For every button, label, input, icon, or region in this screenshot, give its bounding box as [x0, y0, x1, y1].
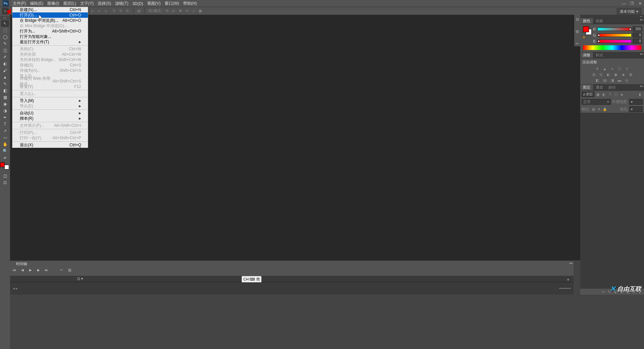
menu-3d[interactable]: 3D(D) [130, 1, 145, 7]
3d-pan-icon[interactable]: ✥ [177, 8, 183, 14]
menu-filter[interactable]: 滤镜(T) [113, 0, 130, 7]
panel-menu-icon[interactable]: ▾≡ [640, 18, 643, 21]
gamut-warning-icon[interactable]: ▲ [582, 35, 586, 39]
ime-indicator[interactable]: CH ⌨ 简 [241, 276, 262, 283]
invert-icon[interactable]: ◧ [595, 78, 600, 83]
toolbar-collapse-icon[interactable]: ▸▸ [0, 16, 10, 19]
color-balance-icon[interactable]: ⚖ [598, 72, 604, 77]
vibrance-icon[interactable]: ▽ [624, 66, 630, 71]
r-slider[interactable] [597, 28, 632, 31]
menu-window[interactable]: 窗口(W) [163, 0, 181, 7]
tab-styles[interactable]: 样式 [593, 52, 606, 58]
swap-colors-icon[interactable]: ⇄ [1, 154, 9, 161]
color-lookup-icon[interactable]: ⊞ [628, 72, 633, 77]
menu-item[interactable]: 脚本(R)▶ [12, 116, 88, 121]
photo-filter-icon[interactable]: ◉ [613, 72, 619, 77]
menu-item[interactable]: 打开为智能对象... [12, 34, 88, 39]
restore-button[interactable]: ❐ [628, 0, 636, 6]
posterize-icon[interactable]: ▤ [602, 78, 607, 83]
g-input[interactable] [633, 33, 642, 38]
panel-menu-icon[interactable]: ▾≡ [640, 85, 643, 88]
history-panel-icon[interactable]: ⧉ [575, 17, 580, 22]
tab-layers[interactable]: 图层 [580, 85, 593, 90]
levels-icon[interactable]: ▲ [602, 66, 607, 71]
selective-color-icon[interactable]: ◎ [624, 78, 630, 83]
quickmask-tool[interactable]: ◫ [1, 172, 9, 179]
menu-item[interactable]: 自动(U)▶ [12, 110, 88, 116]
pen-tool[interactable]: ✒ [1, 114, 9, 121]
menu-view[interactable]: 视图(V) [145, 0, 163, 7]
minimize-button[interactable]: — [620, 0, 628, 6]
menu-item[interactable]: 打开为...Alt+Shift+Ctrl+O [12, 29, 88, 34]
menu-help[interactable]: 帮助(H) [181, 0, 199, 7]
channel-mixer-icon[interactable]: ◈ [621, 72, 626, 77]
g-slider[interactable] [597, 34, 632, 37]
brush-tool[interactable]: 🖌 [1, 67, 9, 74]
brightness-icon[interactable]: ☀ [595, 66, 600, 71]
dist-bottom-icon[interactable]: ≡ [103, 8, 109, 14]
link-layers-icon[interactable]: ⚯ [601, 289, 606, 294]
dist-hcenter-icon[interactable]: ⊪ [118, 8, 124, 14]
menu-item[interactable]: 新建(N)...Ctrl+N [12, 7, 88, 12]
tl-transition-icon[interactable]: ▨ [67, 267, 72, 272]
properties-panel-icon[interactable]: ⊞ [575, 29, 580, 34]
blend-mode-dropdown[interactable]: 正常▾ [582, 99, 611, 105]
threshold-icon[interactable]: ◨ [609, 78, 615, 83]
3d-rotate-icon[interactable]: ⟲ [164, 8, 170, 14]
menu-item[interactable]: 退出(X)Ctrl+Q [12, 142, 88, 148]
filter-toggle-icon[interactable]: ▮ [637, 92, 643, 97]
zoom-tool[interactable]: 🔍 [1, 148, 9, 154]
move-tool[interactable]: ↖ [1, 20, 9, 27]
menu-file[interactable]: 文件(F) [11, 0, 28, 7]
auto-align-icon[interactable]: ▤ [136, 8, 142, 14]
bw-icon[interactable]: ◐ [606, 72, 611, 77]
3d-slide-icon[interactable]: ⇔ [184, 8, 190, 14]
lock-position-icon[interactable]: ✥ [597, 107, 601, 112]
current-tool-icon[interactable]: ▹ [2, 8, 9, 14]
dist-vcenter-icon[interactable]: ≡ [96, 8, 102, 14]
layers-list[interactable] [580, 113, 644, 288]
dist-right-icon[interactable]: ⊪ [125, 8, 131, 14]
eraser-tool[interactable]: ◧ [1, 87, 9, 94]
menu-edit[interactable]: 编辑(E) [28, 0, 45, 7]
fg-color-swatch[interactable] [583, 26, 589, 32]
gradient-map-icon[interactable]: ▬ [617, 78, 622, 83]
hand-tool[interactable]: ✋ [1, 141, 9, 148]
tl-next-frame-icon[interactable]: ▶ [36, 267, 41, 272]
lasso-tool[interactable]: ◯ [1, 34, 9, 40]
crop-tool[interactable]: ◫ [1, 47, 9, 54]
history-brush-tool[interactable]: ✎ [1, 81, 9, 87]
marquee-tool[interactable]: ⬚ [1, 27, 9, 34]
b-input[interactable] [633, 39, 642, 44]
3d-roll-icon[interactable]: ◎ [170, 8, 176, 14]
tab-color[interactable]: 颜色 [580, 18, 593, 24]
menu-item[interactable]: 最近打开文件(T)▶ [12, 39, 88, 45]
menu-item[interactable]: 打开(O)...Ctrl+O [12, 12, 88, 18]
healing-brush-tool[interactable]: ◐ [1, 60, 9, 67]
tab-paths[interactable]: 路径 [606, 85, 619, 90]
character-panel-icon[interactable]: ✂ [575, 41, 580, 46]
panel-collapse-icon[interactable]: ▸▸ [580, 15, 644, 18]
tab-adjustments[interactable]: 调整 [580, 52, 593, 58]
timeline-collapse-icon[interactable]: ▸▸ [570, 261, 573, 265]
screenmode-tool[interactable]: ⊡ [1, 179, 9, 186]
dist-left-icon[interactable]: ⊪ [111, 8, 117, 14]
type-tool[interactable]: T [1, 121, 9, 128]
hue-sat-icon[interactable]: ⊟ [591, 72, 596, 77]
curves-icon[interactable]: ∿ [609, 66, 615, 71]
menu-type[interactable]: 文字(Y) [78, 0, 96, 7]
layer-filter-dropdown[interactable]: ρ 类型 [582, 92, 594, 97]
tab-swatches[interactable]: 色板 [593, 18, 606, 24]
timeline-tab[interactable]: 时间轴 [12, 261, 31, 267]
timeline-track-options[interactable]: ⊡ ▾ [77, 277, 83, 281]
filter-shape-icon[interactable]: ▢ [613, 92, 619, 97]
filter-pixel-icon[interactable]: ▦ [595, 92, 600, 97]
filter-adjust-icon[interactable]: ◐ [601, 92, 606, 97]
timeline-add-icon[interactable]: + [567, 277, 570, 282]
tab-channels[interactable]: 通道 [593, 85, 606, 90]
timeline-track[interactable] [10, 276, 574, 282]
color-preview[interactable]: ▲ [582, 26, 592, 41]
lock-pixels-icon[interactable]: ▦ [591, 107, 596, 112]
b-slider[interactable] [597, 40, 632, 43]
eyedropper-tool[interactable]: ✐ [1, 54, 9, 60]
